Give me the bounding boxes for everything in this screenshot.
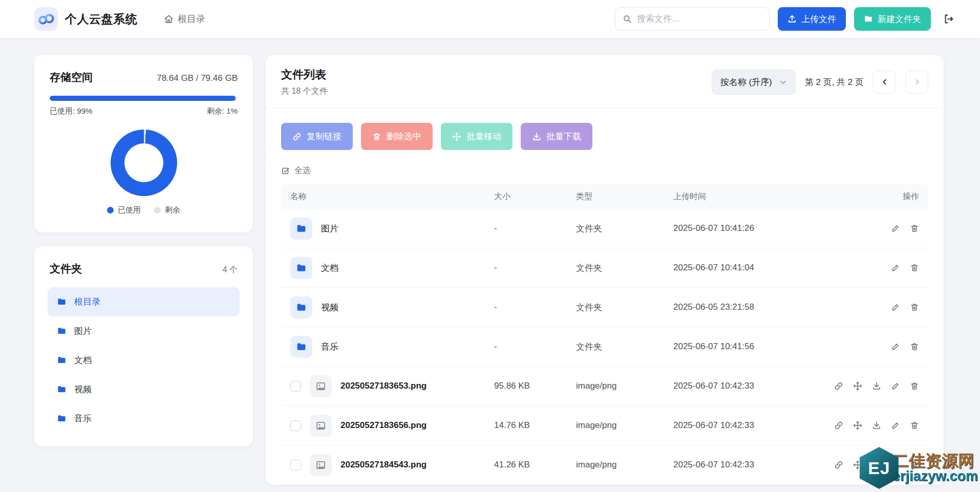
download-icon[interactable] [872,460,881,469]
row-name[interactable]: 20250527184543.png [340,460,427,470]
breadcrumb[interactable]: 根目录 [164,13,205,25]
row-name[interactable]: 音乐 [321,341,338,353]
edit-icon[interactable] [891,381,900,391]
copy-link-button[interactable]: 复制链接 [281,123,353,150]
row-name[interactable]: 视频 [321,302,338,313]
row-time: 2025-06-07 10:41:04 [673,263,829,273]
delete-icon[interactable] [910,224,919,233]
row-checkbox[interactable] [290,460,301,470]
folder-icon [57,355,67,365]
pagination-status: 第 2 页, 共 2 页 [805,76,864,88]
table-row[interactable]: 图片 - 文件夹 2025-06-07 10:41:26 [281,209,928,248]
trash-icon [372,132,381,141]
legend-free-dot [154,207,161,213]
row-name[interactable]: 文档 [321,262,338,274]
download-icon[interactable] [872,381,881,391]
row-type-badge [310,375,332,397]
row-size: 95.86 KB [494,381,576,391]
delete-icon[interactable] [910,303,919,312]
folder-icon [57,326,67,336]
edit-icon[interactable] [891,303,900,312]
row-name[interactable]: 20250527183656.png [340,420,427,431]
breadcrumb-label: 根目录 [178,13,205,25]
folder-plus-icon [864,14,873,24]
move-icon[interactable] [853,421,862,430]
search-box[interactable] [615,7,770,31]
table-row[interactable]: 20250527183656.png 14.76 KB image/png 20… [281,406,928,445]
sidebar-item-music[interactable]: 音乐 [48,404,240,433]
sidebar-item-root[interactable]: 根目录 [48,287,240,316]
top-bar: 个人云盘系统 根目录 上传文件 [0,0,980,38]
row-type-badge [310,415,332,437]
batch-download-label: 批量下载 [546,131,581,142]
download-icon [532,132,541,141]
row-size: - [494,263,576,273]
delete-icon[interactable] [910,460,919,469]
legend-free-label: 剩余 [165,205,180,215]
storage-progress-bar [50,96,238,101]
storage-progress-fill [50,96,236,101]
move-icon[interactable] [853,460,862,469]
edit-icon[interactable] [891,263,900,272]
topbar-actions: 上传文件 新建文件夹 [615,7,956,31]
search-icon [623,14,632,24]
folder-icon [296,263,307,273]
image-icon [315,420,326,431]
delete-icon[interactable] [910,263,919,272]
folder-icon [57,414,67,423]
select-all-toggle[interactable]: 全选 [281,165,311,176]
upload-button-label: 上传文件 [801,13,836,25]
sidebar-item-videos[interactable]: 视频 [48,375,240,404]
table-row[interactable]: 20250527184543.png 41.26 KB image/png 20… [281,445,928,485]
copy-link-label: 复制链接 [307,131,342,142]
row-name[interactable]: 图片 [321,223,338,234]
folder-icon [296,302,307,313]
move-icon[interactable] [853,381,862,391]
edit-icon[interactable] [891,421,900,430]
arrows-move-icon [452,132,461,141]
row-size: - [494,341,576,352]
edit-icon[interactable] [891,342,900,351]
link-icon[interactable] [834,381,843,391]
row-time: 2025-06-07 10:41:56 [673,341,829,352]
download-icon[interactable] [872,421,881,430]
prev-page-button[interactable] [873,71,896,94]
storage-donut-chart [111,130,177,196]
col-size: 大小 [494,191,576,202]
sidebar: 存储空间 78.64 GB / 79.46 GB 已使用: 99% 剩余: 1%… [34,55,253,485]
row-checkbox[interactable] [290,381,301,392]
table-row[interactable]: 文档 - 文件夹 2025-06-07 10:41:04 [281,248,928,288]
row-checkbox[interactable] [290,420,301,431]
delete-icon[interactable] [910,381,919,391]
batch-download-button[interactable]: 批量下载 [521,123,592,150]
sign-out-icon [943,13,954,25]
next-page-button[interactable] [905,71,928,94]
link-icon[interactable] [834,460,843,469]
storage-title: 存储空间 [50,70,93,84]
upload-file-button[interactable]: 上传文件 [778,7,846,31]
row-type: 文件夹 [576,223,673,234]
link-icon[interactable] [834,421,843,430]
table-row[interactable]: 20250527183653.png 95.86 KB image/png 20… [281,367,928,406]
delete-icon[interactable] [910,421,919,430]
new-folder-button[interactable]: 新建文件夹 [854,7,931,31]
edit-icon[interactable] [891,460,900,469]
sidebar-item-documents[interactable]: 文档 [48,346,240,375]
table-row[interactable]: 音乐 - 文件夹 2025-06-07 10:41:56 [281,327,928,367]
sort-select[interactable]: 按名称 (升序) [712,70,796,95]
delete-selected-button[interactable]: 删除选中 [361,123,433,150]
row-time: 2025-06-07 10:42:33 [673,460,829,470]
row-type-badge [290,257,312,279]
row-type-badge [290,296,312,318]
batch-move-button[interactable]: 批量移动 [441,123,513,150]
table-row[interactable]: 视频 - 文件夹 2025-06-05 23:21:58 [281,288,928,327]
edit-icon[interactable] [891,224,900,233]
delete-icon[interactable] [910,342,919,351]
row-name[interactable]: 20250527183653.png [340,381,427,391]
col-time: 上传时间 [673,191,829,202]
row-time: 2025-06-07 10:42:33 [673,381,829,391]
search-input[interactable] [637,14,762,24]
folders-panel: 文件夹 4 个 根目录 图片 文档 [34,246,253,446]
sidebar-item-pictures[interactable]: 图片 [48,316,240,346]
logout-button[interactable] [941,11,956,27]
